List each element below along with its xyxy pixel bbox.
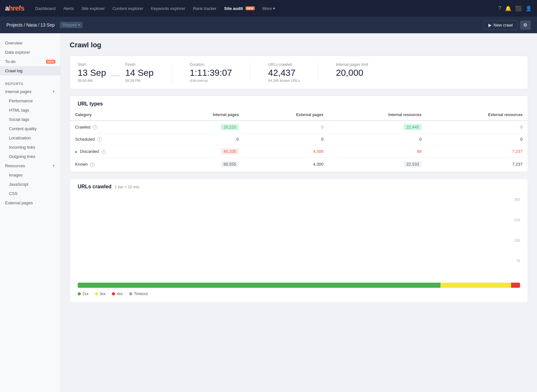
user-icon[interactable]: 👤 <box>525 5 532 12</box>
nav-site-explorer[interactable]: Site explorer <box>78 4 108 13</box>
display-icon[interactable]: ⬛ <box>515 5 522 12</box>
y-axis: 300 225 150 75 <box>509 197 520 280</box>
bar-group <box>160 197 163 280</box>
limit-value: 20,000 <box>336 68 368 78</box>
chart-legend: 2xx 3xx 4xx Timeout <box>78 292 520 296</box>
bar-group <box>393 197 396 280</box>
stat-limit: Internal pages limit 20,000 <box>336 62 368 78</box>
bar-group <box>300 197 303 280</box>
chart-title: URLs crawled <box>78 184 112 190</box>
sidebar-item-html-tags[interactable]: HTML tags <box>0 106 60 115</box>
nav-links: Dashboard Alerts Site explorer Content e… <box>32 4 498 13</box>
bar-group <box>78 197 81 280</box>
sidebar-item-css[interactable]: CSS <box>0 189 60 198</box>
bars-container <box>78 197 507 280</box>
sidebar-group-internal-pages[interactable]: Internal pages ▼ <box>0 87 60 96</box>
bar-group <box>221 197 224 280</box>
sidebar-item-performance[interactable]: Performance <box>0 96 60 106</box>
sidebar-item-localization[interactable]: Localization <box>0 133 60 143</box>
nav-alerts[interactable]: Alerts <box>60 4 77 13</box>
sidebar-item-external-pages[interactable]: External pages <box>0 198 60 208</box>
progress-2xx <box>78 283 440 288</box>
col-external-pages: External pages <box>244 109 329 121</box>
nav-more[interactable]: More ▾ <box>259 4 278 13</box>
duration-label: Duration <box>190 62 232 67</box>
bar-group <box>310 197 314 280</box>
bar-group <box>185 197 188 280</box>
sidebar-item-javascript[interactable]: JavaScript <box>0 180 60 189</box>
bar-group <box>486 197 489 280</box>
date-dash: — <box>111 62 120 80</box>
logo[interactable]: ahrefs <box>5 4 24 12</box>
bar-group <box>504 197 507 280</box>
sidebar-item-images[interactable]: Images <box>0 170 60 180</box>
bar-group <box>232 197 235 280</box>
sidebar-item-incoming-links[interactable]: Incoming links <box>0 143 60 152</box>
known-help-icon[interactable]: ? <box>90 162 95 167</box>
bar-group <box>375 197 378 280</box>
bar-group <box>196 197 199 280</box>
sidebar-item-content-quality[interactable]: Content quality <box>0 124 60 133</box>
sidebar-item-outgoing-links[interactable]: Outgoing links <box>0 152 60 161</box>
nav-rank-tracker[interactable]: Rank tracker <box>190 4 220 13</box>
bar-group <box>339 197 342 280</box>
legend-label-3xx: 3xx <box>100 292 106 296</box>
chart-progress-bar <box>78 283 520 288</box>
discarded-help-icon[interactable]: ? <box>101 150 106 154</box>
nav-keywords-explorer[interactable]: Keywords explorer <box>148 4 189 13</box>
chevron-down-icon: ▾ <box>78 23 80 27</box>
crawled-help-icon[interactable]: ? <box>93 125 97 129</box>
site-audit-badge: NEW <box>245 6 255 10</box>
legend-dot-3xx <box>95 292 98 295</box>
nav-content-explorer[interactable]: Content explorer <box>109 4 146 13</box>
bar-group <box>479 197 482 280</box>
legend-dot-2xx <box>78 292 81 295</box>
row-scheduled-internal: 0 <box>162 133 244 145</box>
legend-2xx: 2xx <box>78 292 89 296</box>
settings-button[interactable]: ⚙ <box>520 20 531 30</box>
y-label-300: 300 <box>514 198 520 201</box>
progress-4xx <box>511 283 520 288</box>
bar-group <box>189 197 192 280</box>
bar-group <box>457 197 461 280</box>
bar-group <box>450 197 453 280</box>
sidebar-item-crawl-log[interactable]: Crawl log <box>0 66 60 75</box>
finish-label: Finish <box>125 62 154 67</box>
new-crawl-button[interactable]: ▶ New crawl <box>484 20 518 30</box>
start-time: 09:00 AM <box>78 79 106 82</box>
sidebar-item-data-explorer[interactable]: Data explorer <box>0 48 60 57</box>
bar-group <box>264 197 267 280</box>
sidebar-item-todo[interactable]: To-do NEW <box>0 57 60 66</box>
row-known-category: Known ? <box>70 158 162 171</box>
sidebar-item-social-tags[interactable]: Social tags <box>0 115 60 124</box>
bar-group <box>224 197 228 280</box>
notifications-icon[interactable]: 🔔 <box>505 5 511 12</box>
bar-group <box>153 197 156 280</box>
expand-discarded-btn[interactable]: ▶ <box>75 150 78 153</box>
scheduled-help-icon[interactable]: ? <box>97 137 102 142</box>
y-label-225: 225 <box>514 218 520 222</box>
bar-group <box>447 197 450 280</box>
bar-group <box>400 197 403 280</box>
nav-site-audit[interactable]: Site audit NEW <box>221 4 258 13</box>
bar-group <box>156 197 160 280</box>
col-internal-pages: Internal pages <box>162 109 244 121</box>
bar-group <box>246 197 249 280</box>
bar-group <box>203 197 206 280</box>
legend-dot-timeout <box>129 292 132 295</box>
bar-group <box>368 197 371 280</box>
bar-group <box>124 197 128 280</box>
help-icon[interactable]: ? <box>498 5 501 11</box>
bar-group <box>257 197 260 280</box>
chart-subtitle: 1 bar = 10 min <box>115 185 139 189</box>
bar-group <box>396 197 400 280</box>
sidebar-item-overview[interactable]: Overview <box>0 38 60 48</box>
table-header-row: Category Internal pages External pages I… <box>70 109 528 121</box>
sidebar-group-resources[interactable]: Resources ▼ <box>0 161 60 170</box>
nav-dashboard[interactable]: Dashboard <box>32 4 59 13</box>
start-value: 13 Sep <box>78 68 106 78</box>
stat-separator-1 <box>172 63 172 82</box>
bar-group <box>303 197 307 280</box>
status-badge[interactable]: Stopped ▾ <box>60 22 82 28</box>
stat-separator-2 <box>250 63 250 82</box>
